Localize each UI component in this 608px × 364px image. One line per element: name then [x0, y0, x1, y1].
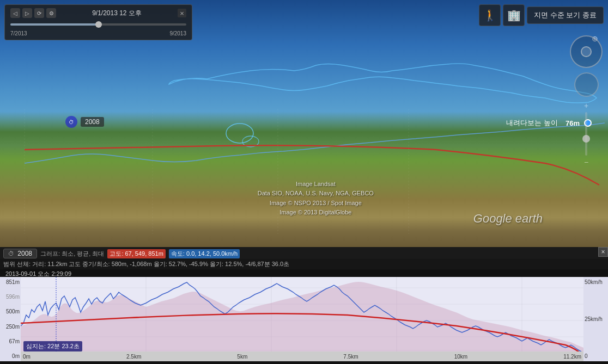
google-earth-logo: Google earth [473, 212, 543, 226]
y-label-851: 851m [6, 279, 20, 285]
x-label-11-2km: 11.2km [563, 354, 581, 360]
graph-plot[interactable]: 심지는: 22분 23.2초 -15.1% [21, 277, 583, 361]
time-play-btn[interactable]: ▷ [22, 8, 32, 18]
year-badge-icon: ⏱ [65, 116, 77, 128]
graph-range-info: 범위 선체: 거리: 11.2km 고도 중기/최소: 580m, -1,068… [3, 261, 289, 267]
time-control-panel: ◁ ▷ ⟳ ⚙ 9/1/2013 12 오후 × 7/2013 9/2013 [4, 4, 192, 40]
graph-stats-label: 그러프: 최소, 평균, 최대 [40, 250, 104, 258]
time-close-btn[interactable]: × [178, 9, 186, 17]
zoom-slider[interactable]: + − [584, 101, 588, 166]
y-label-50kmh: 50km/h [585, 279, 603, 285]
time-slider-fill [10, 23, 99, 26]
graph-altitude-stats: 고도: 67, 549, 851m [107, 249, 165, 258]
y-axis-left: 851m 596m 500m 250m 67m 0m [0, 277, 21, 361]
graph-close-btn[interactable]: × [598, 247, 608, 257]
zoom-thumb[interactable] [582, 135, 590, 143]
time-back-btn[interactable]: ◁ [10, 8, 20, 18]
nav-tilt-btn[interactable] [574, 72, 599, 97]
compass-ring[interactable] [570, 35, 603, 68]
time-slider-track [10, 23, 186, 26]
graph-stats-row: 범위 선체: 거리: 11.2km 고도 중기/최소: 580m, -1,068… [0, 259, 608, 269]
year-badge: ⏱ 2008 [65, 116, 104, 128]
compass-inner [581, 46, 592, 57]
ground-level-btn[interactable]: 지면 수준 보기 종료 [527, 7, 604, 24]
top-right-controls: 🚶 🏢 지면 수준 보기 종료 [479, 4, 604, 26]
y-label-596: 596m [6, 294, 20, 300]
svg-point-0 [226, 124, 253, 143]
right-nav-controls: + − [570, 35, 603, 166]
y-label-0kmh: 0 [585, 353, 588, 359]
map-attribution: Image Landsat Data SIO, NOAA, U.S. Navy,… [258, 180, 374, 218]
time-forward-btn[interactable]: ⟳ [34, 8, 44, 18]
graph-year: ⏱ 2008 [3, 249, 37, 258]
elevation-graph: ⏱ 2008 그러프: 최소, 평균, 최대 고도: 67, 549, 851m… [0, 247, 608, 364]
person-view-btn[interactable]: 🚶 [479, 4, 501, 26]
time-slider[interactable] [10, 20, 186, 29]
time-slider-thumb[interactable] [95, 21, 102, 28]
graph-info-box-1: 심지는: 22분 23.2초 [23, 341, 82, 351]
zoom-out-btn[interactable]: − [584, 158, 588, 166]
x-label-7-5km: 7.5km [343, 354, 358, 360]
height-label: 내려다보는 높이 [506, 118, 558, 128]
time-options-btn[interactable]: ⚙ [46, 8, 56, 18]
y-axis-right: 50km/h 25km/h 0 [583, 277, 608, 361]
zoom-in-btn[interactable]: + [584, 101, 588, 110]
zoom-track[interactable] [585, 112, 587, 156]
building-view-btn[interactable]: 🏢 [503, 4, 525, 26]
graph-speed-stats: 속도: 0.0, 14.2, 50.0km/h [169, 249, 240, 258]
x-label-5km: 5km [237, 354, 247, 360]
x-label-2-5km: 2.5km [126, 354, 141, 360]
y-label-25kmh: 25km/h [585, 316, 603, 322]
x-label-10km: 10km [454, 354, 467, 360]
time-range-end: 9/2013 [169, 30, 186, 36]
time-date-label: 9/1/2013 12 오후 [59, 9, 174, 18]
graph-header: ⏱ 2008 그러프: 최소, 평균, 최대 고도: 67, 549, 851m… [0, 247, 608, 260]
x-label-0m: 0m [23, 354, 31, 360]
graph-canvas[interactable]: 851m 596m 500m 250m 67m 0m 50km/h 25km/h… [0, 277, 608, 361]
y-label-500: 500m [6, 309, 20, 314]
x-axis: 0m 2.5km 5km 7.5km 10km 11.2km [21, 351, 583, 361]
year-badge-text: 2008 [81, 117, 104, 127]
time-range-start: 7/2013 [10, 30, 27, 36]
y-label-250: 250m [6, 324, 20, 330]
y-label-0m: 0m [12, 353, 20, 359]
y-label-67: 67m [9, 338, 20, 344]
